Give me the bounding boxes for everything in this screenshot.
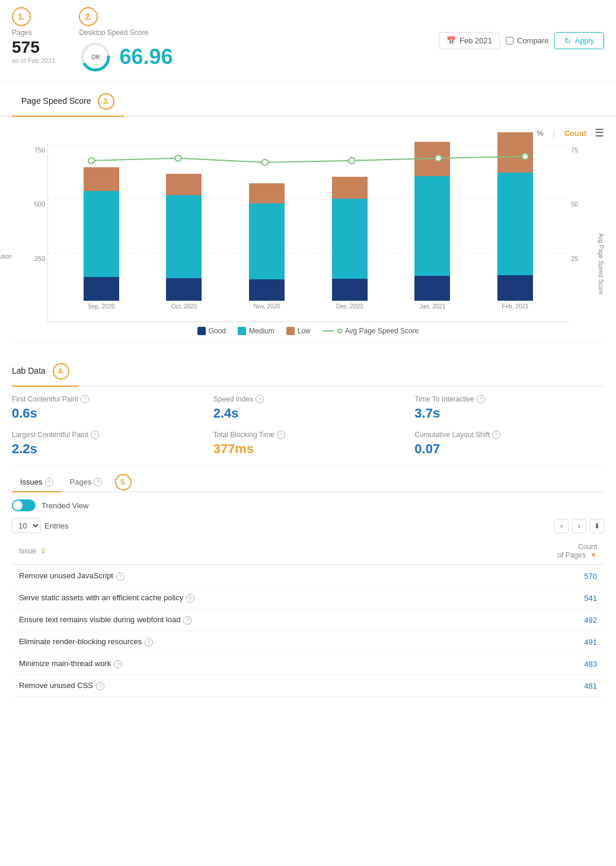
fcp-info-icon[interactable]: ? [81, 395, 89, 403]
speed-score-value: 66.96 [119, 44, 173, 69]
pages-value: 575 [12, 38, 55, 57]
prev-page-button[interactable]: ‹ [554, 519, 569, 533]
col-count-header: Countof Pages ▼ [474, 538, 604, 565]
speed-score-block: 2. Desktop Speed Score OK 66.96 [79, 7, 173, 74]
bar-sep2020: Sep, 2020 [78, 167, 125, 310]
chart-section: % | Count ☰ Score Distribution 750 500 2… [0, 117, 616, 341]
trended-view-toggle[interactable] [12, 499, 36, 511]
issue-info-icon[interactable]: ? [145, 638, 153, 647]
metric-tti: Time To Interactive ? 3.7s [414, 395, 604, 421]
lab-tabs: Lab Data 4. [12, 357, 604, 387]
legend-good-label: Good [209, 327, 226, 335]
bar-medium-jan [414, 176, 450, 276]
donut-chart: OK [79, 40, 112, 74]
bar-label-sep: Sep, 2020 [88, 303, 115, 310]
date-button[interactable]: 📅 Feb 2021 [439, 32, 500, 49]
count-cell[interactable]: 483 [474, 653, 604, 675]
y-axis-right-title: Avg Page Speed Score [598, 233, 604, 295]
count-cell[interactable]: 541 [474, 587, 604, 609]
tab-page-speed[interactable]: Page Speed Score 3. [12, 87, 124, 117]
bar-good-sep [84, 277, 119, 301]
issue-info-icon[interactable]: ? [186, 594, 194, 603]
compare-checkbox[interactable] [506, 37, 513, 44]
tab-issues-label: Issues [20, 477, 43, 486]
issue-info-icon[interactable]: ? [114, 660, 122, 668]
donut-label: OK [91, 54, 100, 61]
issue-info-icon[interactable]: ? [96, 682, 104, 690]
count-cell[interactable]: 481 [474, 675, 604, 697]
metric-fcp: First Contentful Paint ? 0.6s [12, 395, 202, 421]
header-left: 1. Pages 575 as of Feb 2021 2. Desktop S… [12, 7, 173, 74]
metric-tbt-label: Total Blocking Time [213, 431, 275, 439]
bar-low-dec [332, 177, 368, 199]
metric-tti-value: 3.7s [414, 406, 604, 421]
hamburger-icon[interactable]: ☰ [595, 126, 604, 139]
entries-select[interactable]: 10 25 50 [12, 518, 41, 533]
count-cell[interactable]: 570 [474, 565, 604, 587]
si-info-icon[interactable]: ? [256, 395, 264, 403]
metric-lcp-label: Largest Contentful Paint [12, 431, 88, 439]
legend-low-label: Low [298, 327, 311, 335]
apply-button[interactable]: ↻ Apply [554, 32, 604, 49]
download-button[interactable]: ⬇ [590, 519, 604, 533]
sort-arrow-issue: ⇕ [40, 547, 46, 555]
metric-fcp-value: 0.6s [12, 406, 202, 421]
step5-circle: 5. [115, 474, 132, 491]
lcp-info-icon[interactable]: ? [91, 431, 99, 439]
bar-low-jan [414, 142, 450, 176]
col-issue-header[interactable]: Issue ⇕ [12, 538, 474, 565]
entries-left: 10 25 50 Entries [12, 518, 68, 533]
header-right: 📅 Feb 2021 Compare ↻ Apply [439, 32, 604, 49]
next-page-button[interactable]: › [572, 519, 586, 533]
pages-sub: as of Feb 2021 [12, 57, 55, 64]
issues-table-body: Remove unused JavaScript?570Serve static… [12, 565, 604, 697]
legend-low-dot [286, 327, 295, 335]
y-label-250: 250 [34, 255, 45, 262]
chart-legend: Good Medium Low Avg Page Speed Score [12, 327, 604, 335]
tab-pages[interactable]: Pages ? [62, 473, 111, 491]
table-row: Remove unused JavaScript?570 [12, 565, 604, 587]
legend-avg-dash [323, 330, 334, 332]
metric-cls-label: Cumulative Layout Shift [414, 431, 490, 439]
metric-tbt-value: 377ms [213, 441, 403, 457]
bar-low-sep [84, 167, 119, 191]
toggle-count[interactable]: Count [560, 128, 590, 139]
bar-medium-feb [497, 173, 533, 275]
metric-si: Speed Index ? 2.4s [213, 395, 403, 421]
issue-info-icon[interactable]: ? [183, 616, 191, 625]
metric-si-label: Speed Index [213, 395, 253, 403]
tab-issues[interactable]: Issues ? [12, 473, 62, 492]
bar-good-nov [249, 279, 285, 301]
bar-low-feb [497, 132, 533, 173]
y-right-25: 25 [571, 255, 578, 262]
pages-info-icon[interactable]: ? [94, 478, 102, 486]
tbt-info-icon[interactable]: ? [277, 431, 285, 439]
toggle-row: Trended View [12, 499, 604, 511]
compare-wrapper: Compare [506, 36, 548, 45]
col-issue-label: Issue [19, 547, 36, 555]
legend-medium-dot [238, 327, 246, 335]
bar-low-oct [166, 174, 202, 195]
y-right-50: 50 [571, 200, 578, 208]
metric-tti-label: Time To Interactive [414, 395, 474, 403]
tab-lab-data[interactable]: Lab Data 4. [12, 357, 79, 387]
metric-cls-title: Cumulative Layout Shift ? [414, 431, 604, 439]
section-tabs: Page Speed Score 3. [0, 87, 616, 117]
bar-feb2021: Feb, 2021 [491, 132, 539, 310]
lab-data-label: Lab Data [12, 366, 46, 375]
tti-info-icon[interactable]: ? [477, 395, 485, 403]
cls-info-icon[interactable]: ? [492, 431, 500, 439]
count-cell[interactable]: 491 [474, 631, 604, 653]
legend-good-dot [197, 327, 206, 335]
count-cell[interactable]: 492 [474, 609, 604, 631]
bar-stack-sep [84, 167, 119, 301]
bar-label-feb: Feb, 2021 [502, 303, 529, 310]
tab-page-speed-label: Page Speed Score [21, 96, 91, 106]
bar-medium-nov [249, 203, 285, 279]
issue-cell: Serve static assets with an efficient ca… [12, 587, 474, 609]
bar-medium-sep [84, 191, 119, 277]
issue-info-icon[interactable]: ? [116, 572, 125, 581]
pages-label: Pages [12, 28, 55, 37]
metric-tti-title: Time To Interactive ? [414, 395, 604, 403]
issues-info-icon[interactable]: ? [45, 478, 53, 486]
